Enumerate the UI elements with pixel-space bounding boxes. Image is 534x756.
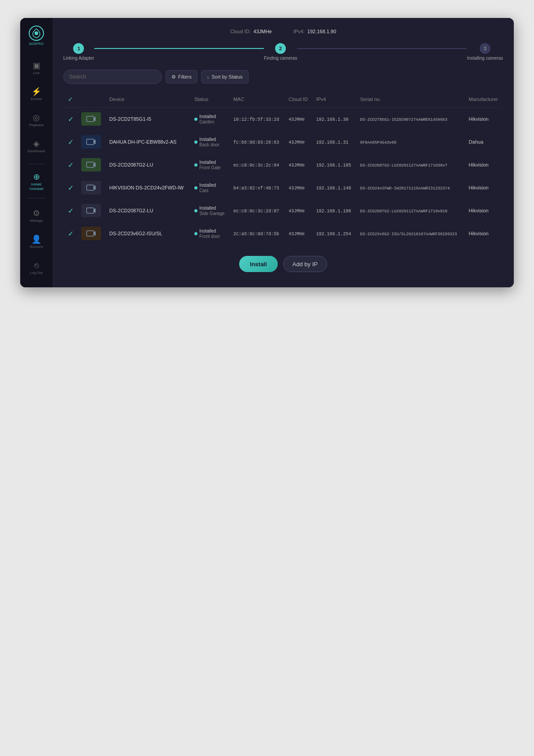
row-ipv4: 192.168.1.148: [312, 176, 356, 199]
install-button[interactable]: Install: [239, 256, 278, 272]
row-cloud-id: 43JMHe: [285, 131, 312, 154]
step-line-1: [94, 48, 264, 49]
ipv4-address: 192.168.1.31: [316, 140, 348, 145]
manufacturer-name: Hikvision: [469, 116, 489, 122]
row-status: Installed Front Gate: [191, 154, 230, 176]
row-thumb: [78, 154, 106, 176]
status-badge: Installed Cats: [194, 182, 226, 193]
table-body: ✓ DS-2CD2T85G1-I5 Installed G: [63, 108, 503, 245]
col-thumb: [78, 91, 106, 108]
camera-thumbnail: [81, 158, 101, 171]
row-device: DS-2CD2087G2-LU: [106, 154, 191, 176]
sort-button[interactable]: ↓ Sort by Status: [201, 70, 249, 84]
row-cloud-id: 43JMHe: [285, 108, 312, 131]
manufacturer-name: Hikvision: [469, 162, 489, 167]
cloud-id: 43JMHe: [289, 163, 305, 168]
app-container: ADDPRO ▣ Live ⚡ Events ◎ Playback ◈ Dash…: [20, 18, 514, 287]
cloud-id: 43JMHe: [289, 186, 305, 191]
device-name: DS-2CD23v6G2-ISU/SL: [109, 231, 162, 236]
row-cloud-id: 43JMHe: [285, 199, 312, 222]
row-check[interactable]: ✓: [63, 222, 78, 245]
sidebar-item-events[interactable]: ⚡ Events: [23, 82, 50, 106]
step-circle-3: 3: [480, 43, 490, 54]
toolbar: ⚙ Filters ↓ Sort by Status: [63, 70, 503, 84]
row-device: DAHUA DH-IPC-EBW88v2-AS: [106, 131, 191, 154]
row-mac: ec:c8:9c:3c:2c:64: [230, 154, 285, 176]
sidebar-item-install[interactable]: ⊕ Install/Uninstall: [23, 170, 50, 194]
row-manufacturer: Hikvision: [465, 154, 503, 176]
step-label-1: Linking Adapter: [63, 56, 94, 61]
status-text: Installed: [199, 228, 220, 234]
row-check[interactable]: ✓: [63, 108, 78, 131]
row-manufacturer: Hikvision: [465, 222, 503, 245]
row-mac: b4:a3:82:vf:48:73: [230, 176, 285, 199]
sidebar: ADDPRO ▣ Live ⚡ Events ◎ Playback ◈ Dash…: [20, 18, 53, 287]
checkmark-icon: ✓: [68, 115, 74, 123]
status-dot: [194, 209, 197, 212]
search-input[interactable]: [63, 70, 162, 84]
filters-button[interactable]: ⚙ Filters: [166, 70, 197, 84]
row-status: Installed Side Garage: [191, 199, 230, 222]
row-check[interactable]: ✓: [63, 199, 78, 222]
step-line-2: [297, 48, 467, 49]
col-device: Device: [106, 91, 191, 108]
status-location: Front Gate: [199, 165, 221, 170]
checkmark-icon: ✓: [68, 138, 74, 146]
camera-table-container: ✓ Device Status MAC Cloud ID IPv4 Serial…: [63, 91, 503, 245]
table-row: ✓ DS-2CD2087G2-LU Installed F: [63, 154, 503, 176]
col-serial: Serial no.: [356, 91, 465, 108]
live-icon: ▣: [33, 62, 40, 70]
sidebar-label-dashboard: Dashboard: [27, 149, 45, 154]
row-serial: DS-2CD24v2FWD-IW20171115AAWRI31232374: [356, 176, 465, 199]
step-1: 1 Linking Adapter: [63, 43, 94, 61]
footer-actions: Install Add by IP: [63, 256, 503, 272]
svg-rect-8: [87, 185, 94, 190]
col-check: ✓: [63, 91, 78, 108]
ipv4-value: 192.168.1.90: [307, 29, 336, 34]
sidebar-item-dashboard[interactable]: ◈ Dashboard: [23, 134, 50, 158]
checkmark-icon: ✓: [68, 207, 74, 215]
row-check[interactable]: ✓: [63, 154, 78, 176]
cloud-id: 43JMHe: [289, 140, 305, 145]
serial-number: DS-2CD2087G2-LU20201127AAWRF171038v7: [360, 163, 447, 168]
sidebar-item-live[interactable]: ▣ Live: [23, 56, 50, 80]
status-badge: Installed Side Garage: [194, 205, 226, 216]
row-check[interactable]: ✓: [63, 131, 78, 154]
mac-address: ec:c8:9c:3c:2d:07: [233, 209, 279, 214]
status-dot: [194, 232, 197, 235]
row-status: Installed Cats: [191, 176, 230, 199]
step-2: 2 Finding cameras: [264, 43, 297, 61]
manufacturer-name: Dahua: [469, 139, 483, 145]
events-icon: ⚡: [31, 88, 41, 96]
device-name: DS-2CD2087G2-LU: [109, 208, 153, 213]
sidebar-label-live: Live: [33, 71, 40, 75]
status-badge: Installed Front Gate: [194, 159, 226, 170]
svg-rect-4: [87, 139, 94, 145]
sidebar-divider-1: [27, 164, 45, 164]
sidebar-item-account[interactable]: 👤 Account: [23, 230, 50, 254]
cloud-id-label: Cloud ID:: [230, 29, 251, 34]
row-manufacturer: Dahua: [465, 131, 503, 154]
sidebar-item-manage[interactable]: ⚙ Manage: [23, 204, 50, 228]
row-thumb: [78, 176, 106, 199]
logout-icon: ⎋: [34, 261, 39, 269]
manufacturer-name: Hikvision: [469, 231, 489, 236]
header-bar: Cloud ID: 43JMHe IPv4: 192.168.1.90: [63, 29, 503, 34]
manufacturer-name: Hikvision: [469, 185, 489, 190]
sidebar-label-account: Account: [30, 245, 43, 249]
row-manufacturer: Hikvision: [465, 108, 503, 131]
sidebar-item-playback[interactable]: ◎ Playback: [23, 108, 50, 132]
install-icon: ⊕: [33, 173, 40, 181]
sidebar-item-logout[interactable]: ⎋ Log Out: [23, 256, 50, 280]
serial-number: DS-2CD23v6G2-ISU/SL20210107AAWRF30289323: [360, 232, 457, 237]
camera-thumbnail: [81, 112, 101, 126]
add-ip-button[interactable]: Add by IP: [283, 256, 327, 272]
row-check[interactable]: ✓: [63, 176, 78, 199]
ipv4-address: 192.168.1.196: [316, 209, 351, 214]
select-all-check[interactable]: ✓: [68, 96, 73, 103]
row-mac: 10:12:fb:5f:33:2d: [230, 108, 285, 131]
mac-address: 10:12:fb:5f:33:2d: [233, 117, 279, 122]
row-ipv4: 192.168.1.31: [312, 131, 356, 154]
status-location: Front door: [199, 234, 220, 239]
svg-rect-12: [87, 231, 94, 236]
